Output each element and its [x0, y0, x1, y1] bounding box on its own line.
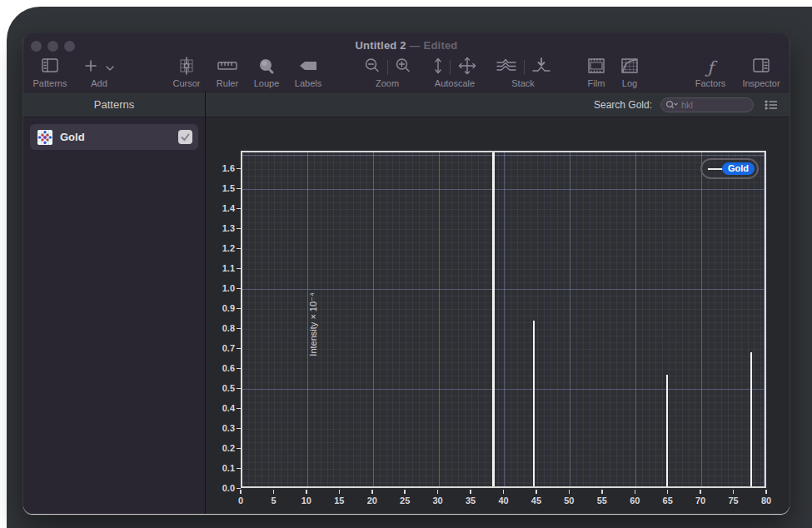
screen: Untitled 2 — Edited Patterns	[0, 0, 812, 528]
x-tick-label: 50	[555, 496, 583, 506]
x-tick-mark	[700, 490, 701, 494]
zoom-out-button[interactable]	[364, 57, 381, 77]
x-tick-mark	[339, 490, 341, 494]
search-scope-button[interactable]	[665, 100, 679, 110]
cursor-button[interactable]: Cursor	[165, 57, 208, 88]
x-tick-label: 30	[424, 496, 452, 506]
stack-patterns-icon[interactable]	[496, 57, 517, 78]
log-button[interactable]: Log	[613, 57, 646, 88]
x-tick-label: 75	[720, 496, 748, 506]
x-tick-mark	[306, 490, 307, 494]
legend-series-badge: Gold	[722, 162, 755, 175]
x-tick-mark	[765, 490, 767, 494]
diffraction-peak[interactable]	[666, 375, 668, 486]
y-tick-mark	[237, 428, 241, 430]
x-tick-mark	[503, 490, 505, 494]
add-button[interactable]: Add	[75, 57, 123, 88]
window-title: Untitled 2 — Edited	[23, 39, 790, 52]
divider	[450, 60, 451, 75]
y-tick-mark	[237, 388, 241, 390]
x-tick-label: 25	[391, 496, 419, 506]
y-tick-label: 1.6	[207, 163, 235, 173]
film-strip-icon	[587, 57, 605, 77]
pattern-visibility-checkbox[interactable]	[178, 130, 192, 144]
x-tick-label: 70	[686, 496, 715, 506]
x-tick-label: 5	[259, 496, 287, 506]
y-tick-label: 0.4	[207, 403, 235, 413]
x-tick-mark	[371, 490, 373, 494]
y-tick-label: 0.7	[207, 343, 235, 353]
y-tick-mark	[237, 248, 241, 250]
y-tick-mark	[237, 348, 241, 350]
ruler-button[interactable]: Ruler	[207, 57, 247, 88]
inspector-panel-icon	[752, 57, 770, 77]
search-field[interactable]	[660, 97, 754, 112]
x-tick-label: 65	[654, 496, 682, 506]
x-tick-label: 35	[456, 496, 485, 506]
patterns-button[interactable]: Patterns	[28, 57, 72, 88]
pattern-list-item-gold[interactable]: Gold	[30, 124, 198, 150]
plot-area[interactable]	[241, 151, 766, 488]
unstack-button[interactable]	[531, 57, 551, 78]
x-tick-mark	[273, 490, 275, 494]
diffraction-peak[interactable]	[492, 152, 495, 486]
x-tick-mark	[536, 490, 537, 494]
x-tick-mark	[569, 490, 570, 494]
zoom-in-button[interactable]	[395, 57, 411, 77]
header-strip: Patterns Search Gold:	[23, 92, 790, 117]
film-button[interactable]: Film	[580, 57, 613, 88]
search-row: Search Gold:	[206, 92, 790, 117]
factors-button[interactable]: ƒ Factors	[689, 57, 732, 88]
cursor-icon	[178, 57, 195, 78]
diffraction-peak[interactable]	[533, 321, 535, 486]
hkl-list-button[interactable]	[765, 100, 778, 110]
loupe-button[interactable]: Loupe	[247, 57, 286, 88]
y-tick-label: 1.3	[207, 223, 235, 233]
y-tick-mark	[237, 308, 241, 310]
x-tick-label: 20	[358, 496, 386, 506]
legend[interactable]: Gold	[700, 158, 759, 179]
x-tick-label: 55	[588, 496, 616, 506]
search-label: Search Gold:	[594, 99, 652, 111]
sidebar-header: Patterns	[23, 92, 205, 117]
log-scale-icon	[620, 57, 639, 77]
y-tick-label: 0.3	[207, 423, 235, 433]
x-tick-mark	[667, 490, 669, 494]
y-tick-mark	[237, 228, 241, 230]
chevron-down-icon	[106, 60, 114, 75]
x-tick-label: 40	[490, 496, 518, 506]
y-tick-mark	[237, 328, 241, 330]
x-tick-mark	[240, 490, 242, 494]
y-tick-label: 1.5	[207, 183, 235, 193]
y-tick-label: 1.4	[207, 203, 235, 213]
y-tick-label: 1.0	[207, 283, 235, 293]
y-tick-mark	[237, 408, 241, 410]
ruler-icon	[217, 60, 237, 75]
toolbar: Patterns Add	[23, 55, 790, 92]
title-bar[interactable]: Untitled 2 — Edited	[23, 33, 790, 55]
autoscale-vertical-button[interactable]	[433, 57, 443, 78]
y-tick-mark	[237, 168, 241, 170]
y-tick-label: 0.1	[207, 463, 235, 473]
loupe-icon	[258, 57, 275, 77]
autoscale-all-button[interactable]	[457, 56, 477, 79]
y-tick-mark	[237, 188, 241, 190]
x-tick-mark	[635, 490, 636, 494]
y-tick-label: 1.2	[207, 243, 235, 253]
y-tick-label: 0.5	[207, 383, 235, 393]
factors-f-icon: ƒ	[707, 58, 713, 77]
diffraction-peak[interactable]	[750, 352, 752, 486]
patterns-sidebar: Gold	[23, 118, 205, 514]
plus-icon	[84, 59, 97, 76]
search-input[interactable]	[681, 100, 749, 110]
zoom-group: Zoom	[351, 57, 423, 88]
x-tick-label: 10	[292, 496, 321, 506]
crystal-structure-icon	[37, 130, 52, 145]
label-tag-icon	[298, 60, 318, 75]
divider	[524, 60, 525, 75]
y-tick-label: 0.0	[207, 483, 235, 493]
y-tick-mark	[237, 288, 241, 290]
labels-button[interactable]: Labels	[286, 57, 330, 88]
x-tick-mark	[733, 490, 735, 494]
inspector-button[interactable]: Inspector	[735, 57, 787, 88]
